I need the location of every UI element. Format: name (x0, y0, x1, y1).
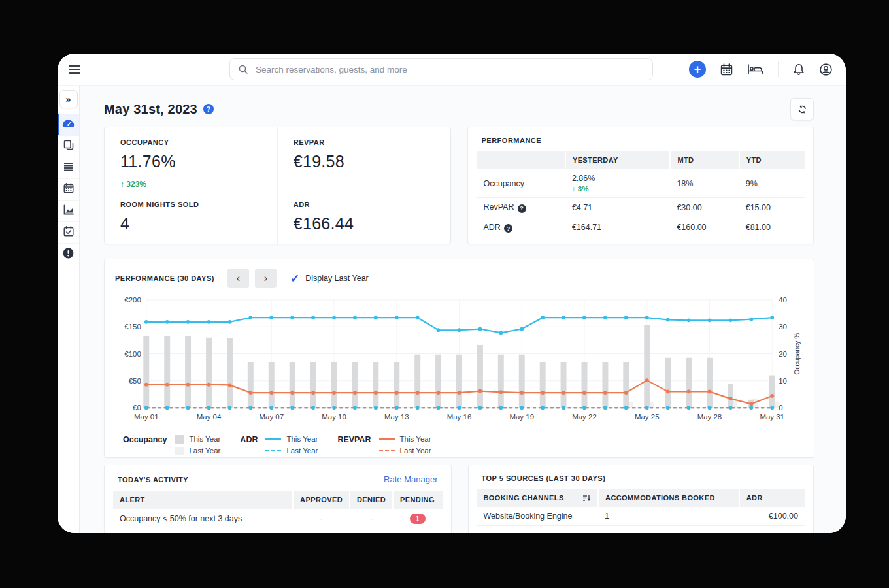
next-button[interactable]: › (255, 269, 277, 288)
svg-text:€150: €150 (124, 323, 141, 331)
lodging-icon[interactable] (747, 63, 764, 75)
search-icon (238, 64, 248, 74)
kpi-label: ROOM NIGHTS SOLD (120, 201, 277, 208)
column-header: APPROVED (293, 491, 350, 509)
pending-cell: 1 (393, 509, 443, 529)
chart-title: PERFORMANCE (30 DAYS) (115, 274, 214, 282)
kpi-value: €19.58 (294, 152, 451, 171)
svg-text:€100: €100 (124, 350, 141, 358)
cell-ytd: 9% (739, 169, 805, 198)
svg-text:€200: €200 (124, 296, 141, 304)
sources-title: TOP 5 SOURCES (LAST 30 DAYS) (477, 474, 805, 482)
rate-manager-link[interactable]: Rate Manager (384, 474, 437, 484)
account-icon[interactable] (819, 63, 833, 76)
performance-table: YESTERDAY MTD YTD Occupancy 2.86% ↑ 3% (477, 151, 805, 237)
alerts-icon (63, 248, 74, 261)
expand-icon[interactable]: » (59, 90, 78, 108)
dashed-line-swatch-orange (379, 450, 395, 451)
column-header: DENIED (350, 491, 393, 509)
prev-button[interactable]: ‹ (227, 269, 249, 288)
table-row: Occupancy 2.86% ↑ 3% 18% 9% (477, 169, 805, 198)
line-swatch-orange (379, 438, 395, 440)
row-label: RevPAR? (477, 198, 565, 218)
cell-delta: ↑ 3% (572, 185, 663, 193)
column-header: MTD (670, 151, 739, 169)
column-header: YTD (739, 151, 805, 169)
line-swatch-cyan (265, 438, 281, 440)
search-input[interactable] (254, 64, 645, 75)
topbar-actions: + (689, 61, 833, 78)
kpi-delta: ↑ 323% (120, 180, 277, 189)
column-header: ADR (739, 489, 805, 507)
refresh-icon (797, 105, 807, 114)
svg-text:40: 40 (779, 296, 787, 304)
svg-text:€50: €50 (129, 377, 141, 385)
column-header: ALERT (113, 491, 293, 509)
app-window: + » (58, 54, 846, 533)
pages-copy-icon (63, 139, 75, 154)
global-search[interactable] (229, 58, 653, 80)
refresh-button[interactable] (790, 98, 814, 120)
topbar: + (58, 54, 846, 86)
activity-table: ALERT APPROVED DENIED PENDING Occupancy … (113, 491, 443, 529)
check-icon: ✓ (290, 272, 299, 286)
table-row: Website/Booking Engine 1 €100.00 (477, 507, 805, 526)
table-row: ADR? €164.71 €160.00 €81.00 (477, 218, 805, 237)
kpi-room-nights-sold: ROOM NIGHTS SOLD 4 (105, 189, 278, 244)
dashboard-gauge-icon (62, 119, 75, 131)
row-label: ADR? (477, 218, 565, 237)
sources-table: BOOKING CHANNELS ACCOMMODATIONS BOOKED A… (477, 489, 805, 526)
sidebar-item-pages[interactable] (58, 135, 79, 157)
topbar-divider (778, 61, 779, 77)
menu-icon[interactable] (69, 63, 80, 75)
todays-activity-card: TODAY'S ACTIVITY Rate Manager ALERT APPR… (104, 465, 452, 533)
svg-text:May 19: May 19 (509, 413, 534, 421)
sidebar-item-dashboard[interactable] (58, 114, 79, 135)
cell-mtd: €160.00 (670, 218, 739, 237)
display-last-year-checkbox[interactable]: ✓ Display Last Year (290, 272, 369, 286)
calendar-icon[interactable] (720, 63, 733, 76)
page-title: May 31st, 2023 (104, 102, 197, 117)
legend-group-occupancy: Occupancy This Year Last Year (123, 434, 220, 455)
dashed-line-swatch-cyan (265, 450, 281, 451)
help-icon[interactable]: ? (203, 104, 214, 114)
notifications-icon[interactable] (792, 63, 805, 76)
sort-icon[interactable] (583, 495, 591, 502)
cell-ytd: €15.00 (739, 198, 805, 218)
checkbox-label: Display Last Year (305, 274, 369, 283)
booked-cell[interactable]: 1 (598, 507, 739, 526)
pending-badge[interactable]: 1 (410, 514, 426, 524)
channel-cell: Website/Booking Engine (477, 507, 599, 526)
sidebar-item-calendar[interactable] (58, 178, 79, 200)
sidebar: » (58, 86, 80, 533)
column-header[interactable]: BOOKING CHANNELS (477, 489, 599, 507)
svg-text:May 22: May 22 (572, 413, 597, 421)
arrow-up-icon: ↑ (572, 185, 576, 193)
svg-text:0: 0 (779, 404, 782, 412)
svg-text:May 04: May 04 (197, 413, 222, 421)
performance-title: PERFORMANCE (477, 137, 805, 144)
tasks-calendar-check-icon (63, 225, 75, 240)
approved-cell: - (293, 509, 350, 529)
svg-text:30: 30 (779, 323, 787, 331)
help-icon[interactable]: ? (504, 224, 512, 233)
sidebar-item-alerts[interactable] (58, 243, 79, 265)
cell-yesterday: €4.71 (565, 198, 670, 218)
kpi-label: OCCUPANCY (120, 139, 277, 146)
add-icon[interactable]: + (689, 61, 706, 78)
svg-text:May 16: May 16 (447, 413, 472, 421)
bar-swatch (175, 435, 184, 444)
help-icon[interactable]: ? (518, 204, 526, 213)
svg-text:Occupancy %: Occupancy % (794, 333, 801, 374)
cell-ytd: €81.00 (739, 218, 805, 237)
sidebar-item-reservations[interactable] (58, 157, 79, 178)
sidebar-item-tasks[interactable] (58, 221, 79, 243)
cell-yesterday: 2.86% ↑ 3% (565, 169, 670, 198)
performance-30-days-card: PERFORMANCE (30 DAYS) ‹ › ✓ Display Last… (104, 259, 814, 458)
sidebar-item-reports[interactable] (58, 200, 79, 221)
svg-text:20: 20 (779, 350, 787, 358)
svg-text:May 28: May 28 (697, 413, 722, 421)
cell-mtd: €30.00 (670, 198, 739, 218)
arrow-up-icon: ↑ (120, 180, 124, 189)
denied-cell: - (350, 509, 393, 529)
